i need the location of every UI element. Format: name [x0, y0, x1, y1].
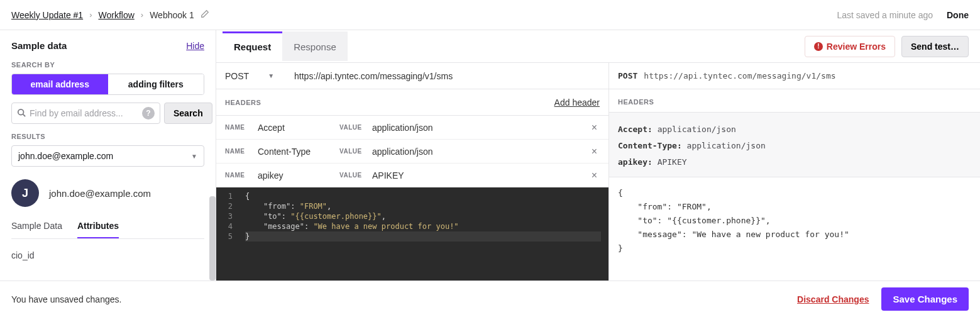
response-url: https://api.tyntec.com/messaging/v1/sms	[644, 71, 835, 81]
method-value: POST	[225, 71, 249, 81]
tab-sample-data[interactable]: Sample Data	[11, 221, 62, 238]
request-editor: POST ▼ HEADERS Add header NAME Accept VA…	[216, 63, 609, 281]
breadcrumb-current: Webhook 1	[150, 10, 194, 20]
header-value-label: VALUE	[339, 124, 372, 131]
response-headers: Accept: application/json Content-Type: a…	[609, 113, 980, 177]
search-by-label: SEARCH BY	[11, 61, 204, 69]
close-icon[interactable]: ×	[589, 122, 600, 133]
header-name[interactable]: Content-Type	[258, 147, 339, 157]
error-icon: !	[814, 42, 823, 51]
close-icon[interactable]: ×	[589, 170, 600, 181]
hide-link[interactable]: Hide	[186, 41, 204, 51]
header-value[interactable]: application/json	[372, 123, 589, 133]
search-input[interactable]	[30, 108, 140, 118]
header-name-label: NAME	[225, 124, 258, 131]
review-errors-button[interactable]: ! Review Errors	[805, 36, 895, 57]
chevron-down-icon: ▼	[191, 153, 197, 160]
response-method: POST	[618, 71, 637, 81]
breadcrumb-workflow[interactable]: Workflow	[98, 10, 134, 20]
search-box: ?	[11, 103, 160, 124]
help-icon[interactable]: ?	[142, 107, 155, 120]
user-row: J john.doe@example.com	[11, 179, 204, 207]
headers-label: HEADERS	[225, 99, 261, 106]
header-row: NAME apikey VALUE APIKEY ×	[216, 164, 608, 187]
breadcrumb-bar: Weekly Update #1 › Workflow › Webhook 1 …	[0, 0, 980, 30]
results-label: RESULTS	[11, 133, 204, 140]
response-preview: POST https://api.tyntec.com/messaging/v1…	[609, 63, 980, 281]
footer-bar: You have unsaved changes. Discard Change…	[0, 281, 980, 317]
header-row: NAME Content-Type VALUE application/json…	[216, 140, 608, 164]
save-changes-button[interactable]: Save Changes	[881, 287, 969, 311]
add-header-link[interactable]: Add header	[554, 97, 600, 108]
svg-point-0	[18, 109, 24, 114]
review-errors-label: Review Errors	[827, 42, 886, 52]
scrollbar[interactable]	[209, 196, 216, 281]
attribute-row[interactable]: cio_id	[11, 250, 204, 260]
header-row: NAME Accept VALUE application/json ×	[216, 116, 608, 140]
toggle-email[interactable]: email address	[12, 74, 108, 94]
results-selected-value: john.doe@example.com	[18, 151, 113, 161]
tab-attributes[interactable]: Attributes	[77, 221, 119, 238]
header-name[interactable]: Accept	[258, 123, 339, 133]
search-icon	[17, 108, 26, 119]
body-editor[interactable]: 12345 { "from": "FROM", "to": "{{custome…	[216, 187, 608, 281]
breadcrumb-root[interactable]: Weekly Update #1	[11, 10, 83, 20]
pencil-icon[interactable]	[201, 9, 209, 20]
header-name-label: NAME	[225, 148, 258, 155]
chevron-down-icon: ▼	[268, 72, 274, 79]
sample-data-panel: Sample data Hide SEARCH BY email address…	[0, 30, 216, 281]
unsaved-text: You have unsaved changes.	[11, 294, 121, 304]
panel-title: Sample data	[11, 40, 67, 51]
header-name-label: NAME	[225, 172, 258, 179]
header-value[interactable]: APIKEY	[372, 170, 589, 181]
chevron-right-icon: ›	[89, 10, 92, 19]
url-input[interactable]	[294, 71, 600, 81]
results-select[interactable]: john.doe@example.com ▼	[11, 145, 204, 167]
code-content[interactable]: { "from": "FROM", "to": "{{customer.phon…	[238, 187, 608, 281]
toggle-filters[interactable]: adding filters	[108, 74, 204, 94]
method-select[interactable]: POST ▼	[225, 71, 284, 81]
avatar: J	[11, 179, 39, 207]
discard-changes-link[interactable]: Discard Changes	[797, 294, 869, 304]
search-mode-toggle: email address adding filters	[11, 74, 204, 95]
header-value[interactable]: application/json	[372, 147, 589, 157]
header-value-label: VALUE	[339, 148, 372, 155]
last-saved-text: Last saved a minute ago	[837, 10, 933, 20]
response-body: { "from": "FROM", "to": "{{customer.phon…	[609, 177, 980, 281]
header-name[interactable]: apikey	[258, 170, 339, 181]
svg-line-1	[23, 114, 26, 116]
header-value-label: VALUE	[339, 172, 372, 179]
chevron-right-icon: ›	[141, 10, 143, 19]
send-test-button[interactable]: Send test…	[901, 36, 969, 57]
tab-response[interactable]: Response	[282, 31, 348, 61]
line-gutter: 12345	[216, 187, 238, 281]
done-button[interactable]: Done	[947, 10, 969, 20]
response-headers-label: HEADERS	[609, 89, 980, 113]
search-button[interactable]: Search	[164, 103, 212, 124]
close-icon[interactable]: ×	[589, 146, 600, 157]
tab-request[interactable]: Request	[223, 31, 282, 61]
user-email: john.doe@example.com	[49, 188, 151, 199]
